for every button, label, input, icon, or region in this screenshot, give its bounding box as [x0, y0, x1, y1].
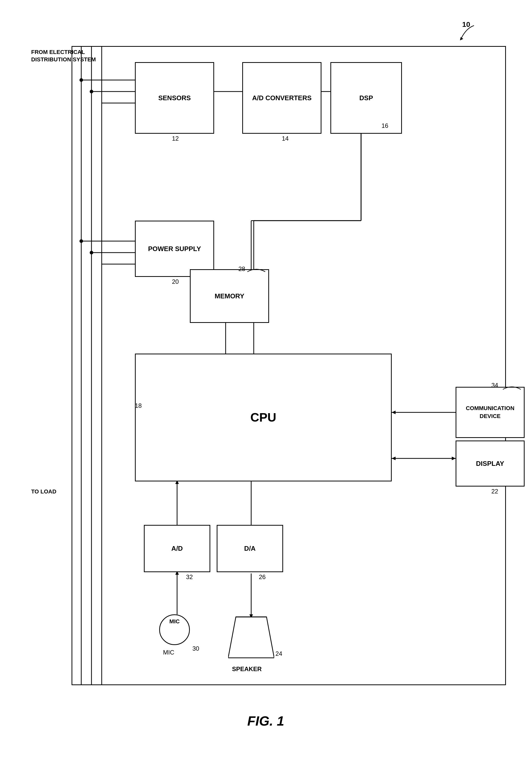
svg-marker-43	[228, 617, 274, 658]
speaker-label: SPEAKER	[232, 666, 262, 673]
svg-point-5	[79, 78, 83, 82]
ref-10-arrow	[454, 23, 479, 43]
to-load-label: TO LOAD	[31, 488, 56, 495]
dsp-ref: 16	[381, 122, 388, 129]
ad-converters-ref: 14	[282, 135, 289, 142]
comm-device-ref: 34	[491, 382, 498, 389]
mic-ref: 30	[192, 645, 199, 652]
figure-label: FIG. 1	[247, 713, 284, 729]
da-small-block: D/A	[217, 525, 283, 572]
display-block: DISPLAY	[456, 441, 525, 487]
power-supply-ref: 20	[172, 278, 179, 285]
memory-ref	[246, 265, 267, 274]
ad-small-block: A/D	[144, 525, 210, 572]
cpu-ref: 18	[135, 402, 142, 409]
memory-ref-num: 28	[238, 265, 245, 272]
speaker-shape	[228, 614, 274, 660]
svg-marker-34	[452, 457, 456, 460]
da-small-ref: 26	[259, 574, 266, 581]
cpu-block: CPU	[135, 353, 392, 482]
svg-marker-31	[392, 411, 396, 414]
main-system-box: SENSORS 12 A/D CONVERTERS 14 DSP 16 POWE…	[72, 46, 506, 685]
display-ref: 22	[491, 488, 498, 495]
diagram-container: 10 FROM ELECTRICALDISTRIBUTION SYSTEM TO…	[15, 15, 516, 744]
power-supply-block: POWER SUPPLY	[135, 221, 214, 277]
memory-block: MEMORY	[190, 269, 269, 323]
ad-converters-block: A/D CONVERTERS	[242, 62, 321, 134]
dsp-block: DSP	[330, 62, 402, 134]
speaker-ref: 24	[275, 650, 282, 657]
sensors-ref: 12	[172, 135, 179, 142]
svg-point-10	[79, 239, 83, 243]
svg-marker-33	[392, 457, 396, 460]
sensors-block: SENSORS	[135, 62, 214, 134]
mic-label-below: MIC	[163, 649, 174, 656]
svg-point-7	[90, 90, 93, 93]
ad-small-ref: 32	[186, 574, 193, 581]
mic-label: MIC	[162, 618, 187, 625]
svg-point-12	[90, 251, 93, 254]
comm-device-ref-svg	[502, 383, 522, 391]
comm-device-block: COMMUNICATION DEVICE	[456, 387, 525, 438]
